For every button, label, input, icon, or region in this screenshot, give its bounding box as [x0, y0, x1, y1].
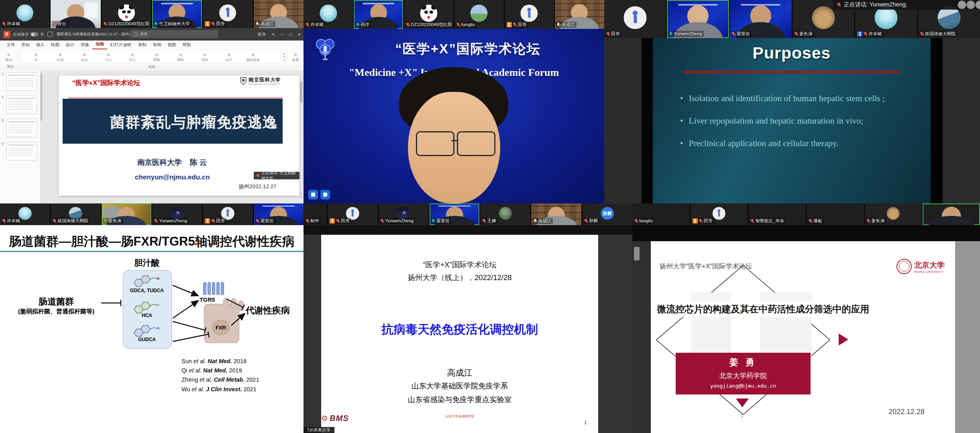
login-button[interactable]: 登录	[258, 32, 266, 37]
ribbon-tab[interactable]: 绘图	[48, 41, 63, 49]
reaction-icon[interactable]	[320, 190, 330, 199]
participant-tile[interactable]: DZ120220049范红阳	[404, 0, 453, 29]
animation-option[interactable]: ★ 无	[24, 52, 48, 63]
ribbon-tab[interactable]: 帮助	[179, 41, 194, 49]
participant-tile[interactable]: 许卓斌	[304, 0, 353, 29]
animation-option[interactable]: ★ 轮子	[217, 52, 241, 63]
participant-tile[interactable]: 孙辉 孙辉	[582, 203, 632, 225]
ribbon-tab[interactable]: 录制	[135, 41, 150, 49]
participant-tile[interactable]: 许卓斌	[0, 0, 50, 28]
animation-label: 飞入	[96, 58, 120, 63]
participant-tile[interactable]: 姜长涛	[102, 203, 151, 225]
animation-option[interactable]: ★ 飞入	[96, 52, 120, 63]
antiviral-slide-panel[interactable]: “医学+X”国际学术论坛 扬州大学（线上），2022/12/28 抗病毒天然免疫…	[304, 225, 632, 433]
participant-tile[interactable]: YunwenZheng	[379, 203, 429, 225]
animation-option[interactable]: ★ 擦除	[169, 52, 193, 63]
participant-tile[interactable]: 路国涛扬大附院	[51, 203, 100, 225]
participant-tile[interactable]: 高成江	[555, 0, 604, 29]
participant-tile[interactable]: DZ120220049范红阳	[102, 0, 151, 28]
letterbox-bar	[632, 225, 980, 241]
participant-tile[interactable]: 智慧批注_华东	[748, 203, 806, 225]
participant-name: 孙辉	[589, 218, 598, 224]
preview-button[interactable]: ★ 预览	[0, 52, 18, 63]
reaction-icons[interactable]	[308, 190, 330, 199]
participant-tile[interactable]: 薛云	[51, 0, 100, 28]
animation-option[interactable]: ★ 随机线条	[241, 52, 265, 63]
animation-option[interactable]: ★ 形状	[193, 52, 217, 63]
animation-option[interactable]: ★ 浮入	[120, 52, 145, 63]
side-toolbar-button[interactable]	[634, 247, 640, 260]
gallery-scroll-buttons[interactable]: ▲▼▾	[281, 52, 287, 62]
participant-name: 许卓斌	[310, 22, 324, 27]
participant-label: 田芳	[329, 218, 351, 224]
ribbon-tab[interactable]: 动画	[92, 40, 107, 49]
animation-option[interactable]: ★ 淡化	[72, 52, 96, 63]
participant-tile[interactable]: 田芳	[691, 203, 748, 225]
ribbon-tab[interactable]: 开始	[18, 41, 33, 49]
participant-tile[interactable]: 孙洋	[354, 0, 403, 29]
pen-icon[interactable]: ✎	[272, 32, 275, 37]
participant-tile[interactable]: 竺卫娟扬州大学	[152, 0, 202, 28]
ribbon-tab[interactable]: 幻灯片放映	[107, 41, 135, 49]
participant-name: 许卓斌	[7, 21, 20, 26]
slide-thumbnail[interactable]: 3	[0, 117, 40, 140]
participant-tile[interactable]: 田芳	[203, 203, 253, 225]
participant-tile[interactable]: 梁景岩	[730, 0, 792, 38]
toggle-switch[interactable]	[31, 32, 39, 37]
slide-editing-area[interactable]: “医学+X”国际学术论坛 南京医科大学 NANJING MEDICAL UNIV…	[59, 75, 300, 196]
effect-options-button[interactable]: ★ 效果	[287, 52, 304, 63]
slide-thumbnail[interactable]: 4	[0, 140, 40, 163]
animation-label: 形状	[193, 58, 217, 63]
ribbon-tab[interactable]: 审阅	[150, 41, 165, 49]
slide-thumbnail[interactable]: 2	[0, 94, 40, 117]
participant-tile[interactable]: 田芳	[604, 0, 666, 38]
ribbon-tab[interactable]: 切换	[77, 41, 92, 49]
citation: Sun et al. Nat Med. 2018	[181, 357, 259, 366]
minimize-button[interactable]: ─	[281, 32, 283, 37]
participant-tile[interactable]: 田芳	[328, 203, 378, 225]
ribbon-tab[interactable]: 文件	[3, 41, 18, 49]
star-icon: ★	[96, 52, 120, 58]
bile-acid-slide-panel[interactable]: 肠道菌群—胆汁酸—肠FXR/TGR5轴调控代谢性疾病 胆汁酸 GDCA, TUD…	[0, 225, 304, 433]
search-box[interactable]: 搜索	[130, 30, 218, 38]
participant-label: YunwenZheng	[380, 218, 415, 224]
participant-tile[interactable]: 谭彬	[807, 203, 864, 225]
autosave-toggle[interactable]: 自动保存 关	[13, 32, 44, 37]
participant-tile[interactable]: 姜长涛	[865, 203, 922, 225]
maximize-button[interactable]: □	[289, 32, 292, 37]
participant-tile[interactable]: YunwenZheng	[667, 0, 729, 38]
participant-tile[interactable]: 高成江	[531, 203, 581, 225]
animation-option[interactable]: ★ 劈裂	[145, 52, 169, 63]
participant-tile[interactable]: liangliu	[632, 203, 690, 225]
participant-tile[interactable]: 梁景岩	[430, 203, 480, 225]
participant-tile[interactable]: 许卓斌	[0, 203, 50, 225]
participant-tile[interactable]: 田芳	[505, 0, 554, 29]
participant-tile[interactable]	[923, 203, 980, 225]
speaker-video-panel[interactable]: “医学+X”国际学术论坛 "Medicine +X" International…	[304, 29, 604, 203]
ribbon-tab[interactable]: 设计	[63, 41, 77, 49]
next-slide-button[interactable]: ▼	[300, 196, 303, 199]
reaction-icon[interactable]	[308, 190, 318, 199]
close-button[interactable]: ✕	[297, 32, 301, 37]
microfluidic-slide-panel[interactable]: 扬州大学"医学+X"国际学术论坛 北京大学 PEKING UNIVERSITY …	[632, 225, 980, 433]
canvas-scrollbar[interactable]: ▲ ▼	[300, 74, 303, 199]
participant-tile[interactable]: 田芳	[203, 0, 253, 28]
participant-tile[interactable]: 制中	[304, 203, 327, 225]
participant-tile[interactable]: 王婵	[480, 203, 530, 225]
thumbnail-image	[6, 142, 37, 161]
scrollbar-thumb[interactable]	[300, 81, 302, 102]
previous-slide-button[interactable]: ▲	[300, 192, 303, 195]
participant-tile[interactable]: 梁景岩	[254, 203, 304, 225]
participant-tile[interactable]: 高成江	[254, 0, 304, 28]
animation-option[interactable]: ★ 出现	[48, 52, 72, 63]
participant-tile[interactable]: YunwenZheng	[152, 203, 202, 225]
slide-number: 4	[2, 142, 4, 146]
mic-icon	[482, 219, 486, 224]
participant-tile[interactable]: liangliu	[454, 0, 504, 29]
ribbon-tab[interactable]: 视图	[165, 41, 179, 49]
purposes-slide-panel[interactable]: Purposes •Isolation and identification o…	[604, 38, 980, 203]
rail-scrollbar[interactable]	[40, 73, 43, 121]
save-icon[interactable]	[47, 32, 53, 37]
ribbon-tab[interactable]: 插入	[33, 41, 48, 49]
slide-thumbnail[interactable]: 1	[0, 70, 40, 94]
